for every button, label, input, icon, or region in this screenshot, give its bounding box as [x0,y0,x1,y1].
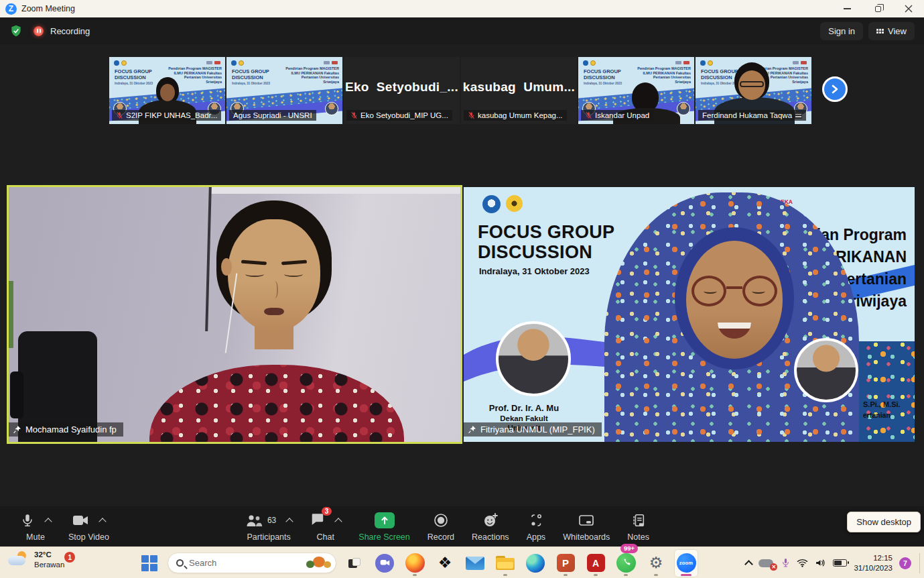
speaker-figure [180,200,374,442]
banner-right-text: Pendirian Program MAGISTER ILMU PERIKANA… [285,66,339,84]
video-tile-main-right[interactable]: FOCUS GROUP DISCUSSION Indralaya, 31 Okt… [464,187,915,442]
participants-count: 63 [267,516,276,525]
participants-chevron[interactable] [286,518,293,525]
mute-options-chevron[interactable] [44,518,52,525]
mail-button[interactable] [463,549,487,577]
start-button[interactable] [137,549,161,577]
chat-label: Chat [317,532,334,542]
weather-desc: Berawan [34,560,64,570]
view-label: View [888,26,907,36]
weather-widget[interactable]: 32°C Berawan 1 [8,550,64,570]
view-grid-icon [876,29,884,34]
acrobat-button[interactable]: A [584,549,608,577]
hidden-icons-chevron[interactable] [745,560,754,569]
firefox-button[interactable] [403,549,427,577]
record-button[interactable]: Record [427,511,454,542]
mic-muted-icon [468,111,475,119]
system-tray: ✕ 12:15 31/10/2023 7 [746,547,920,578]
mute-label: Mute [26,532,45,542]
minimize-button[interactable] [832,0,862,17]
video-tile[interactable]: kasubag Umum... kasubag Umum Kepag... [461,57,577,124]
powerpoint-button[interactable]: P [553,549,578,577]
green-decor [9,281,13,348]
onedrive-icon[interactable]: ✕ [758,558,775,569]
dropbox-button[interactable]: ❖ [433,549,457,577]
video-tile-main-left[interactable]: Mochamad Syaifudin fp [7,185,462,444]
notes-icon [631,512,646,528]
video-tile[interactable]: Eko Setyobudi_... Eko Setyobudi_MIP UG..… [344,57,460,124]
record-label: Record [427,532,454,542]
glasses-decor [740,81,764,87]
taskbar-center: Search ❖ P A 99+ ⚙ zoom [137,547,698,578]
restore-button[interactable] [862,0,893,17]
reactions-button[interactable]: Reactions [472,511,509,542]
notification-count-badge[interactable]: 7 [899,557,911,569]
share-screen-label: Share Screen [358,532,409,542]
pin-icon [468,425,476,434]
banner-title: FOCUS GROUP DISCUSSION [478,222,614,262]
face [686,241,783,359]
whiteboards-button[interactable]: Whiteboards [563,511,610,542]
active-speaker-name-bar: Mochamad Syaifudin fp [9,422,123,437]
zoom-app-window: Z Zoom Meeting Recording Sign in View [0,0,924,578]
microphone-in-use-icon[interactable] [781,557,790,569]
chat-chevron[interactable] [335,518,342,525]
participant-name: S2IP FIKP UNHAS_Badr... [126,111,217,119]
reactions-label: Reactions [472,532,509,542]
zoom-icon: zoom [677,553,696,573]
banner-title: FOCUS GROUPDISCUSSION [701,69,738,80]
recording-indicator-icon[interactable] [34,26,44,36]
wifi-icon[interactable] [797,559,808,567]
show-desktop-edge[interactable] [919,553,920,573]
task-view-button[interactable] [342,549,367,577]
edge-button[interactable] [523,549,547,577]
volume-icon[interactable] [815,558,826,568]
teams-chat-button[interactable] [373,549,397,577]
video-tile[interactable]: FOCUS GROUPDISCUSSION Indralaya, 31 Okto… [696,57,811,124]
zoom-taskbar-button[interactable]: zoom [674,549,698,577]
filmstrip-next-button[interactable] [822,76,848,102]
whatsapp-button[interactable]: 99+ [614,549,638,577]
notes-button[interactable]: Notes [627,511,649,542]
participant-name: Ferdinand Hukama Taqwa [702,111,792,119]
chat-button[interactable]: 3 Chat [310,511,341,542]
show-desktop-button[interactable]: Show desktop [847,512,921,532]
record-icon [433,512,449,528]
battery-icon[interactable] [833,559,847,567]
file-explorer-button[interactable] [493,549,517,577]
teams-chat-icon [375,554,394,573]
speaker-name: Fitriyana UNMUL (MIP_FPIK) [480,424,595,435]
stop-video-button[interactable]: Stop Video [68,511,109,542]
share-screen-button[interactable]: Share Screen [358,511,409,542]
share-screen-icon [375,512,395,528]
mute-button[interactable]: Mute [20,511,51,542]
sign-in-button[interactable]: Sign in [820,22,863,40]
pumpkins-doodle-icon [306,555,332,571]
banner-badges [793,61,807,64]
video-tile[interactable]: FOCUS GROUPDISCUSSION Indralaya, 31 Okto… [578,57,694,124]
participant-name-label: Agus Supriadi - UNSRI [229,110,316,121]
view-button[interactable]: View [868,22,915,40]
security-shield-icon[interactable] [9,24,23,38]
close-button[interactable] [893,0,924,17]
gear-icon: ⚙ [649,555,663,571]
video-tile[interactable]: FOCUS GROUPDISCUSSION Indralaya, 31 Okto… [109,57,225,124]
banner-subtitle: Indralaya, 31 Oktober 2023 [115,82,153,85]
clock[interactable]: 12:15 31/10/2023 [854,553,893,573]
mic-muted-icon [795,112,802,119]
settings-button[interactable]: ⚙ [644,549,668,577]
video-tile[interactable]: FOCUS GROUPDISCUSSION Indralaya, 31 Okto… [226,57,342,124]
participant-face [160,84,175,101]
video-options-chevron[interactable] [99,518,107,525]
apps-button[interactable]: Apps [527,511,546,542]
recording-label: Recording [50,26,90,36]
search-box[interactable]: Search [168,553,336,573]
speaker-name-bar: Fitriyana UNMUL (MIP_FPIK) [464,422,602,437]
batik-shirt [149,365,404,442]
participants-label: Participants [247,532,290,542]
whiteboard-icon [578,513,595,528]
speaker-caption: S.Pi., M.Si. ertanian [863,400,901,419]
weather-temp: 32°C [34,550,64,560]
date: 31/10/2023 [854,563,893,573]
participants-button[interactable]: 63 Participants [245,511,292,542]
